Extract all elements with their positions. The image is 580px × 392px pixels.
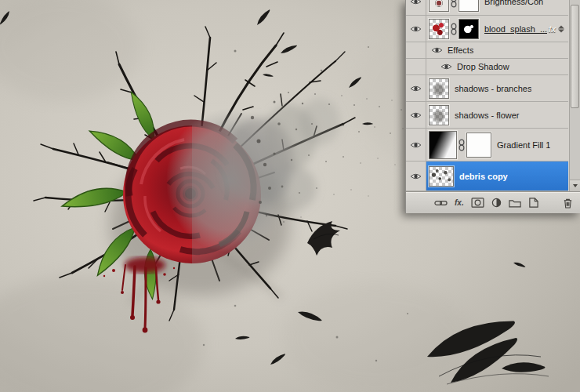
layer-thumbnail[interactable]	[429, 105, 449, 125]
layer-row-shadows-flower[interactable]: shadows - flower	[406, 102, 568, 129]
layer-row-blood-splash[interactable]: blood_splash_... fx	[406, 16, 568, 42]
eye-icon	[410, 172, 422, 180]
eye-icon[interactable]	[431, 46, 443, 54]
effects-label: Effects	[448, 45, 473, 55]
collapse-effects-icon[interactable]	[558, 25, 564, 32]
add-layer-mask-icon[interactable]	[471, 197, 484, 209]
scrollbar-thumb[interactable]	[571, 5, 579, 108]
mask-thumbnail[interactable]	[466, 132, 491, 158]
mask-thumbnail[interactable]	[459, 19, 479, 39]
visibility-toggle[interactable]	[406, 75, 426, 101]
layer-row-debris-copy[interactable]: debris copy	[406, 162, 568, 191]
mask-thumbnail[interactable]	[459, 0, 479, 12]
mask-link-icon	[451, 0, 457, 8]
layer-row-gradient-fill[interactable]: Gradient Fill 1	[406, 129, 568, 162]
new-group-icon[interactable]	[509, 197, 521, 209]
adjustment-thumbnail[interactable]	[429, 0, 449, 12]
visibility-toggle[interactable]	[406, 162, 426, 191]
eye-icon	[410, 111, 422, 119]
blood-thumbnail-art	[430, 20, 448, 38]
layers-panel: Brightness/Con blood_splash_... fx	[405, 0, 580, 213]
visibility-toggle[interactable]	[406, 16, 426, 42]
layer-thumbnail[interactable]	[429, 166, 454, 187]
mask-link-icon	[459, 139, 465, 151]
layer-name: Gradient Fill 1	[497, 140, 550, 150]
layer-thumbnail[interactable]	[429, 78, 449, 99]
new-layer-icon[interactable]	[528, 197, 538, 209]
brightness-icon	[430, 0, 448, 11]
visibility-toggle[interactable]	[406, 102, 426, 128]
layer-style-icon[interactable]: fx.	[455, 197, 464, 209]
layer-row-shadows-branches[interactable]: shadows - branches	[406, 75, 568, 102]
layer-name: debris copy	[459, 172, 508, 181]
layer-list: Brightness/Con blood_splash_... fx	[406, 0, 568, 191]
eye-icon	[410, 85, 422, 93]
shadow-thumbnail-art	[430, 79, 448, 98]
layer-style-badge[interactable]: fx	[549, 24, 556, 33]
empty-visibility-cell	[406, 42, 426, 58]
new-adjustment-layer-icon[interactable]	[491, 197, 502, 209]
layer-name: shadows - branches	[455, 84, 531, 93]
layer-name: blood_splash_...	[484, 24, 547, 34]
delete-layer-icon[interactable]	[563, 197, 573, 209]
gradient-thumbnail[interactable]	[429, 131, 457, 159]
scroll-down-button[interactable]	[570, 180, 580, 191]
eye-icon	[410, 0, 422, 5]
layer-row-brightness[interactable]: Brightness/Con	[406, 0, 568, 16]
eye-icon	[410, 25, 422, 33]
layer-thumbnail[interactable]	[429, 19, 449, 39]
debris-thumbnail-art	[430, 167, 453, 186]
link-layers-icon[interactable]	[434, 197, 448, 209]
empty-visibility-cell	[406, 59, 426, 74]
visibility-toggle[interactable]	[406, 0, 426, 15]
visibility-toggle[interactable]	[406, 129, 426, 161]
layer-name: Brightness/Con	[484, 0, 543, 6]
layer-row-effects[interactable]: Effects	[406, 42, 568, 59]
drop-shadow-label: Drop Shadow	[457, 62, 509, 71]
panel-scrollbar[interactable]	[569, 0, 580, 191]
eye-icon[interactable]	[440, 63, 452, 71]
mask-link-icon	[451, 23, 457, 35]
layer-name: shadows - flower	[455, 111, 520, 120]
layer-row-drop-shadow[interactable]: Drop Shadow	[406, 59, 568, 75]
eye-icon	[410, 141, 422, 149]
photoshop-workspace: Brightness/Con blood_splash_... fx	[0, 0, 580, 392]
layers-panel-footer: fx.	[406, 191, 580, 213]
shadow-thumbnail-art	[430, 106, 448, 125]
mask-art	[459, 20, 478, 38]
down-arrow-icon	[573, 184, 578, 187]
